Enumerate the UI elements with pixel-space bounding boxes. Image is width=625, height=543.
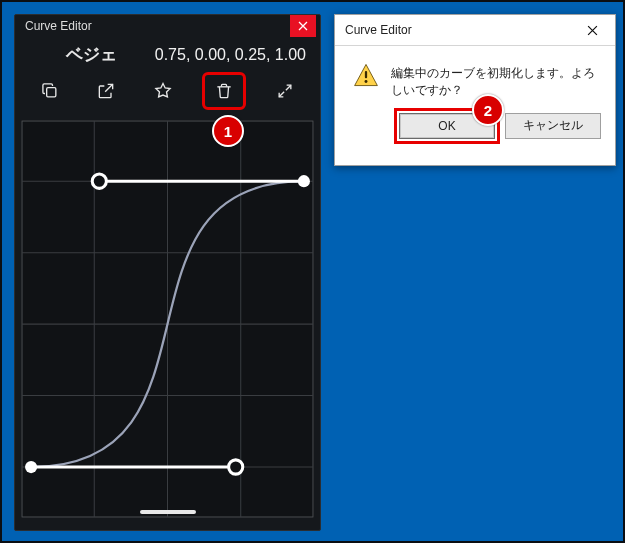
trash-icon [214,81,234,101]
curve-editor-toolbar [15,68,320,116]
reset-button[interactable] [204,74,244,108]
bezier-parameters: 0.75, 0.00, 0.25, 1.00 [155,46,306,64]
close-icon [298,21,308,31]
dialog-titlebar[interactable]: Curve Editor [335,15,615,46]
svg-point-13 [365,80,368,83]
expand-icon [275,81,295,101]
curve-editor-panel: Curve Editor ベジェ 0.75, 0.00, 0.25, 1.00 [14,14,321,531]
curve-end-point[interactable] [298,175,310,187]
curve-canvas[interactable] [21,120,314,518]
curve-editor-close-button[interactable] [290,15,316,37]
svg-rect-12 [365,71,367,78]
curve-header: ベジェ 0.75, 0.00, 0.25, 1.00 [15,37,320,68]
confirm-dialog: Curve Editor 編集中のカーブを初期化します。よろしいですか？ OK … [334,14,616,166]
panel-drag-handle[interactable] [140,510,196,514]
dialog-message: 編集中のカーブを初期化します。よろしいですか？ [391,62,599,99]
dialog-cancel-button[interactable]: キャンセル [505,113,601,139]
curve-type-label: ベジェ [29,43,155,66]
dialog-title: Curve Editor [345,23,412,37]
curve-editor-title: Curve Editor [25,19,92,33]
curve-control-2[interactable] [92,174,106,188]
curve-graph[interactable] [21,120,314,518]
close-icon [587,25,598,36]
dialog-close-button[interactable] [575,18,609,42]
curve-editor-titlebar[interactable]: Curve Editor [15,15,320,37]
favorite-button[interactable] [148,76,178,106]
copy-button[interactable] [35,76,65,106]
popout-button[interactable] [91,76,121,106]
annotation-badge-1: 1 [212,115,244,147]
warning-icon [353,62,379,88]
desktop-area: Curve Editor ベジェ 0.75, 0.00, 0.25, 1.00 [0,0,625,543]
open-external-icon [96,81,116,101]
copy-icon [40,81,60,101]
curve-control-1[interactable] [229,460,243,474]
star-icon [153,81,173,101]
expand-button[interactable] [270,76,300,106]
ok-button-label: OK [438,119,455,133]
svg-rect-0 [47,88,56,97]
annotation-badge-2: 2 [472,94,504,126]
curve-start-point[interactable] [25,461,37,473]
cancel-button-label: キャンセル [523,117,583,134]
